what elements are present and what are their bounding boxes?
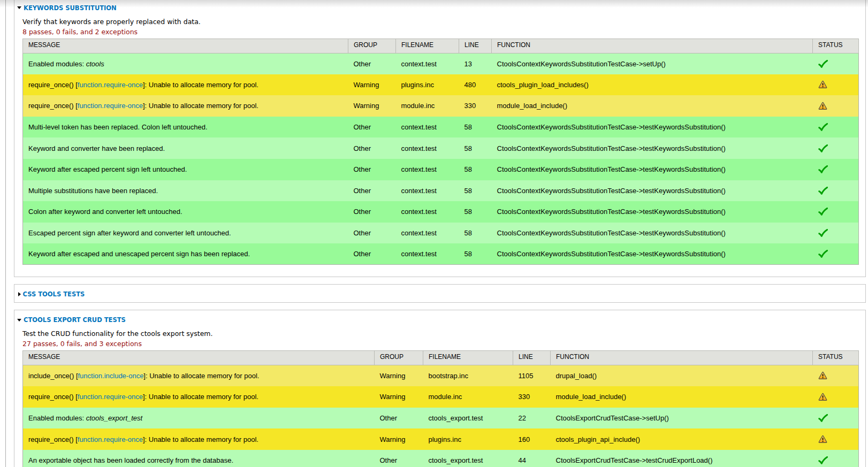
result-row: include_once() [function.include-once]: … (23, 365, 859, 386)
filename-cell: context.test (396, 137, 459, 159)
result-row: require_once() [function.require-once]: … (23, 95, 859, 117)
group-cell: Other (348, 159, 396, 180)
check-icon (818, 123, 828, 131)
message-cell: require_once() [function.require-once]: … (23, 74, 348, 96)
fieldset-legend-link-css-tools-tests[interactable]: CSS TOOLS TESTS (23, 290, 85, 298)
group-cell: Other (375, 450, 423, 467)
message-text: ]: Unable to allocate memory for pool. (143, 393, 258, 401)
result-row: require_once() [function.require-once]: … (23, 428, 859, 450)
message-cell: require_once() [function.require-once]: … (23, 428, 375, 450)
line-cell: 58 (459, 201, 492, 223)
group-cell: Other (348, 117, 396, 138)
message-cell: Escaped percent sign after keyword and c… (23, 223, 348, 244)
message-text: require_once() [ (28, 393, 78, 401)
status-cell (813, 386, 859, 408)
message-emphasis: ctools (86, 60, 104, 68)
result-row: Keyword after escaped percent sign left … (23, 159, 859, 180)
triangle-right-icon (18, 292, 21, 296)
function-cell: module_load_include() (492, 95, 813, 117)
filename-cell: context.test (396, 117, 459, 138)
filename-cell: context.test (396, 243, 459, 265)
group-cell: Warning (348, 74, 396, 96)
status-cell (813, 180, 859, 202)
group-cell: Other (375, 408, 423, 429)
status-cell (813, 408, 859, 429)
message-doc-link[interactable]: function.require-once (78, 102, 143, 110)
message-text: Enabled modules: (28, 414, 86, 422)
line-cell: 58 (459, 180, 492, 202)
line-cell: 22 (513, 408, 551, 429)
check-icon (818, 208, 828, 216)
check-icon (818, 456, 828, 464)
function-cell: CtoolsContextKeywordsSubstitutionTestCas… (492, 223, 813, 244)
results-table: MESSAGEGROUPFILENAMELINEFUNCTIONSTATUSin… (22, 350, 859, 467)
group-cell: Warning (348, 95, 396, 117)
function-cell: CtoolsContextKeywordsSubstitutionTestCas… (492, 180, 813, 202)
test-summary: 8 passes, 0 fails, and 2 exceptions (22, 27, 858, 37)
function-cell: CtoolsExportCrudTestCase->setUp() (551, 408, 813, 429)
function-cell: CtoolsExportCrudTestCase->testCrudExport… (551, 450, 813, 467)
group-cell: Warning (375, 428, 423, 450)
message-text: Multiple substitutions have been replace… (28, 187, 158, 195)
message-text: Colon after keyword and converter left u… (28, 208, 182, 216)
status-cell (813, 365, 859, 386)
message-doc-link[interactable]: function.require-once (78, 81, 143, 89)
message-text: require_once() [ (28, 81, 78, 89)
line-cell: 58 (459, 159, 492, 180)
message-doc-link[interactable]: function.require-once (78, 435, 143, 443)
group-cell: Other (348, 53, 396, 74)
fieldset-legend: KEYWORDS SUBSTITUTION (17, 4, 858, 12)
message-cell: Keyword after escaped percent sign left … (23, 159, 348, 180)
line-cell: 480 (459, 74, 492, 96)
column-header-function: FUNCTION (551, 350, 813, 365)
line-cell: 330 (459, 95, 492, 117)
fieldset-keywords-substitution: KEYWORDS SUBSTITUTIONVerify that keyword… (14, 0, 866, 277)
table-header-row: MESSAGEGROUPFILENAMELINEFUNCTIONSTATUS (23, 350, 859, 365)
result-row: Enabled modules: ctoolsOthercontext.test… (23, 53, 859, 74)
group-cell: Other (348, 201, 396, 223)
filename-cell: context.test (396, 159, 459, 180)
line-cell: 1105 (513, 365, 551, 386)
column-header-group: GROUP (348, 39, 396, 53)
column-header-filename: FILENAME (396, 39, 459, 53)
fieldset-legend-link-ctools-export-crud-tests[interactable]: CTOOLS EXPORT CRUD TESTS (24, 316, 126, 324)
result-row: Enabled modules: ctools_export_testOther… (23, 408, 859, 429)
result-row: An exportable object has been loaded cor… (23, 450, 859, 467)
filename-cell: context.test (396, 223, 459, 244)
filename-cell: module.inc (423, 386, 513, 408)
status-cell (813, 450, 859, 467)
line-cell: 44 (513, 450, 551, 467)
message-text: require_once() [ (28, 435, 78, 443)
line-cell: 58 (459, 117, 492, 138)
message-cell: require_once() [function.require-once]: … (23, 95, 348, 117)
fieldset-legend-link-keywords-substitution[interactable]: KEYWORDS SUBSTITUTION (24, 4, 117, 12)
test-description: Test the CRUD functionality for the ctoo… (22, 329, 858, 339)
status-cell (813, 137, 859, 159)
line-cell: 13 (459, 53, 492, 74)
column-header-line: LINE (513, 350, 551, 365)
line-cell: 58 (459, 223, 492, 244)
message-text: Escaped percent sign after keyword and c… (28, 229, 231, 237)
message-cell: require_once() [function.require-once]: … (23, 386, 375, 408)
column-header-line: LINE (459, 39, 492, 53)
filename-cell: context.test (396, 53, 459, 74)
line-cell: 330 (513, 386, 551, 408)
function-cell: ctools_plugin_load_includes() (492, 74, 813, 96)
function-cell: CtoolsContextKeywordsSubstitutionTestCas… (492, 243, 813, 265)
message-doc-link[interactable]: function.require-once (78, 393, 143, 401)
results-table: MESSAGEGROUPFILENAMELINEFUNCTIONSTATUSEn… (22, 39, 859, 265)
message-doc-link[interactable]: function.include-once (78, 372, 144, 380)
column-header-function: FUNCTION (492, 39, 813, 53)
warning-triangle-icon (818, 371, 828, 380)
result-row: Colon after keyword and converter left u… (23, 201, 859, 223)
result-row: Keyword and converter have been replaced… (23, 137, 859, 159)
check-icon (818, 144, 828, 152)
group-cell: Other (348, 223, 396, 244)
function-cell: CtoolsContextKeywordsSubstitutionTestCas… (492, 117, 813, 138)
warning-triangle-icon (818, 393, 828, 401)
status-cell (813, 159, 859, 180)
function-cell: ctools_plugin_api_include() (551, 428, 813, 450)
message-text: Multi-level token has been replaced. Col… (28, 123, 208, 131)
triangle-down-icon (17, 319, 21, 321)
result-row: Multiple substitutions have been replace… (23, 180, 859, 202)
